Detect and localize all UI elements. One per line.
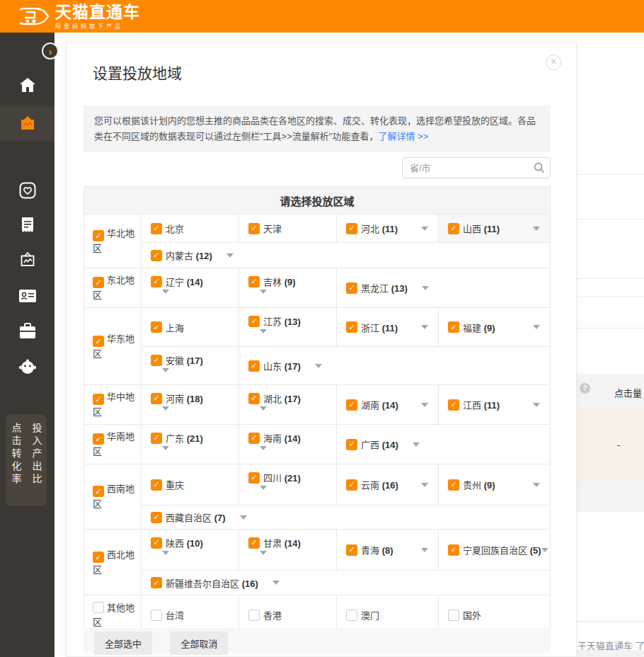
province-cell[interactable]: ✓福建 (9): [438, 308, 550, 346]
checkbox-unchecked[interactable]: [93, 602, 104, 613]
province-cell[interactable]: ✓湖北 (17): [238, 385, 336, 424]
region-cell[interactable]: ✓西南地区: [84, 464, 142, 529]
checkbox-checked[interactable]: ✓: [93, 433, 104, 445]
province-cell[interactable]: ✓云南 (16): [336, 464, 438, 505]
dropdown-arrow-icon[interactable]: [533, 325, 540, 329]
dropdown-arrow-icon[interactable]: [421, 548, 428, 552]
province-cell[interactable]: ✓江苏 (13): [238, 308, 336, 346]
checkbox-checked[interactable]: ✓: [448, 321, 459, 333]
search-icon[interactable]: [534, 162, 545, 173]
checkbox-checked[interactable]: ✓: [248, 537, 260, 549]
province-search-input[interactable]: [402, 157, 551, 178]
dropdown-arrow-icon[interactable]: [421, 227, 428, 231]
dropdown-arrow-icon[interactable]: [413, 442, 420, 447]
dropdown-arrow-icon[interactable]: [541, 548, 548, 552]
checkbox-checked[interactable]: ✓: [346, 223, 357, 234]
checkbox-checked[interactable]: ✓: [93, 486, 104, 497]
dropdown-arrow-icon[interactable]: [162, 551, 169, 567]
checkbox-checked[interactable]: ✓: [448, 223, 459, 234]
checkbox-checked[interactable]: ✓: [248, 316, 260, 327]
sidebar-item-campaign-active[interactable]: [0, 106, 54, 142]
dropdown-arrow-icon[interactable]: [162, 446, 169, 462]
checkbox-checked[interactable]: ✓: [151, 250, 162, 261]
province-cell[interactable]: ✓四川 (21): [238, 464, 336, 505]
checkbox-checked[interactable]: ✓: [448, 479, 459, 491]
province-cell[interactable]: ✓山东 (17): [238, 347, 550, 384]
province-cell[interactable]: ✓内蒙古 (12): [142, 243, 550, 268]
province-cell[interactable]: ✓浙江 (11): [336, 308, 438, 346]
checkbox-checked[interactable]: ✓: [151, 393, 162, 404]
checkbox-checked[interactable]: ✓: [151, 223, 162, 234]
checkbox-checked[interactable]: ✓: [346, 282, 357, 294]
dropdown-arrow-icon[interactable]: [421, 403, 428, 407]
sidebar-item-community[interactable]: [0, 358, 54, 375]
province-cell[interactable]: ✓广西 (14): [336, 425, 550, 464]
sidebar-metrics-panel[interactable]: 点击转化率 投入产出比: [6, 414, 47, 506]
learn-more-link[interactable]: 了解详情 >>: [378, 131, 428, 142]
sidebar-item-tools[interactable]: [0, 323, 54, 340]
province-cell[interactable]: ✓湖南 (14): [336, 385, 438, 424]
checkbox-unchecked[interactable]: [448, 610, 459, 621]
sidebar-item-account[interactable]: [0, 287, 54, 304]
sidebar-expand-button[interactable]: ›: [42, 42, 59, 59]
checkbox-checked[interactable]: ✓: [346, 439, 357, 450]
app-logo[interactable]: 天猫直通车 阿里妈妈旗下产品: [20, 3, 140, 30]
province-cell[interactable]: ✓新疆维吾尔自治区 (16): [142, 571, 550, 595]
dropdown-arrow-icon[interactable]: [533, 403, 540, 407]
province-cell[interactable]: ✓上海: [142, 308, 238, 346]
modal-close-button[interactable]: ×: [546, 55, 561, 70]
checkbox-checked[interactable]: ✓: [346, 479, 357, 491]
province-cell[interactable]: ✓海南 (14): [238, 425, 336, 464]
checkbox-checked[interactable]: ✓: [248, 360, 260, 372]
checkbox-checked[interactable]: ✓: [93, 277, 104, 288]
dropdown-arrow-icon[interactable]: [272, 581, 280, 585]
dropdown-arrow-icon[interactable]: [533, 227, 540, 231]
checkbox-unchecked[interactable]: [346, 610, 357, 621]
sidebar-item-board[interactable]: [0, 252, 54, 269]
checkbox-checked[interactable]: ✓: [93, 552, 104, 563]
province-cell[interactable]: ✓陕西 (10): [142, 530, 238, 570]
region-cell[interactable]: ✓西北地区: [84, 530, 142, 595]
checkbox-checked[interactable]: ✓: [151, 512, 162, 523]
sidebar-item-home[interactable]: [0, 76, 54, 93]
province-cell[interactable]: ✓甘肃 (14): [238, 530, 336, 570]
province-cell[interactable]: ✓北京: [142, 215, 238, 242]
province-cell[interactable]: ✓辽宁 (14): [142, 268, 238, 307]
checkbox-checked[interactable]: ✓: [448, 399, 459, 411]
dropdown-arrow-icon[interactable]: [162, 290, 169, 306]
dropdown-arrow-icon[interactable]: [260, 290, 267, 306]
checkbox-checked[interactable]: ✓: [151, 537, 162, 549]
checkbox-checked[interactable]: ✓: [151, 479, 162, 491]
sidebar-item-reports[interactable]: [0, 217, 54, 234]
checkbox-checked[interactable]: ✓: [248, 433, 260, 444]
province-cell[interactable]: ✓青海 (8): [336, 530, 438, 570]
checkbox-checked[interactable]: ✓: [93, 336, 104, 347]
dropdown-arrow-icon[interactable]: [260, 446, 267, 462]
dropdown-arrow-icon[interactable]: [533, 483, 540, 487]
dropdown-arrow-icon[interactable]: [421, 483, 428, 487]
checkbox-checked[interactable]: ✓: [346, 321, 357, 333]
checkbox-checked[interactable]: ✓: [248, 393, 260, 404]
dropdown-arrow-icon[interactable]: [315, 364, 322, 368]
checkbox-checked[interactable]: ✓: [151, 577, 162, 588]
region-cell[interactable]: ✓华中地区: [84, 385, 142, 424]
dropdown-arrow-icon[interactable]: [162, 368, 169, 384]
region-cell[interactable]: ✓华东地区: [84, 308, 142, 384]
dropdown-arrow-icon[interactable]: [260, 329, 267, 345]
checkbox-checked[interactable]: ✓: [151, 321, 162, 333]
province-cell[interactable]: ✓贵州 (9): [438, 464, 550, 505]
checkbox-checked[interactable]: ✓: [248, 223, 260, 234]
region-cell[interactable]: ✓东北地区: [84, 268, 142, 307]
province-cell[interactable]: ✓西藏自治区 (7): [142, 505, 550, 529]
province-cell[interactable]: ✓江西 (11): [438, 385, 550, 424]
province-cell[interactable]: ✓黑龙江 (13): [336, 268, 550, 307]
dropdown-arrow-icon[interactable]: [162, 406, 169, 423]
checkbox-unchecked[interactable]: [248, 610, 260, 621]
checkbox-checked[interactable]: ✓: [93, 230, 104, 241]
checkbox-checked[interactable]: ✓: [151, 355, 162, 366]
dropdown-arrow-icon[interactable]: [422, 286, 429, 290]
dropdown-arrow-icon[interactable]: [240, 515, 247, 520]
sidebar-item-favorites[interactable]: [0, 182, 54, 199]
province-cell[interactable]: ✓广东 (21): [142, 425, 238, 464]
province-cell[interactable]: ✓河南 (18): [142, 385, 238, 424]
